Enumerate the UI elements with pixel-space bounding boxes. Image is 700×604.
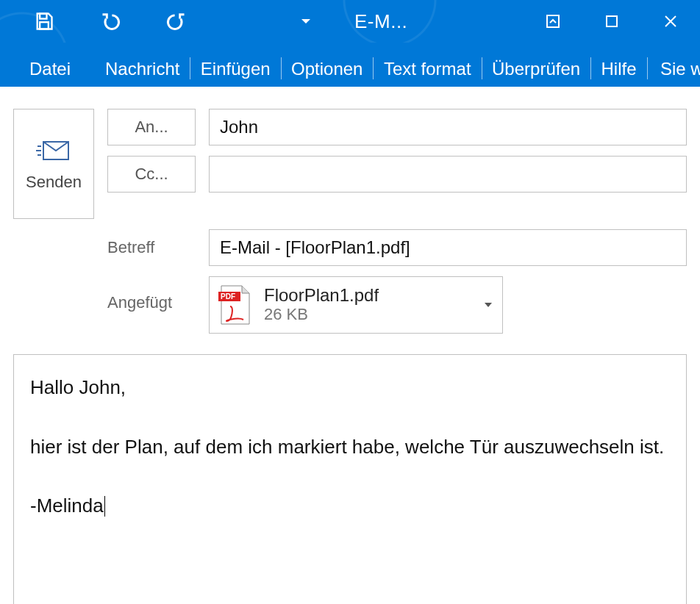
pdf-file-icon: PDF xyxy=(217,284,254,326)
cc-button[interactable]: Cc... xyxy=(107,156,196,193)
chevron-down-icon xyxy=(301,19,310,24)
close-button[interactable] xyxy=(641,0,700,43)
text-caret xyxy=(104,496,105,517)
send-button[interactable]: Senden xyxy=(13,109,94,219)
tab-help[interactable]: Hilfe xyxy=(594,59,644,79)
attachment-chip[interactable]: PDF FloorPlan1.pdf 26 KB xyxy=(209,276,503,334)
tab-insert[interactable]: Einfügen xyxy=(193,59,278,79)
subject-label: Betreff xyxy=(107,229,196,266)
send-button-label: Senden xyxy=(26,173,82,192)
svg-text:PDF: PDF xyxy=(221,292,235,301)
message-body[interactable]: Hallo John, hier ist der Plan, auf dem i… xyxy=(13,354,687,604)
ribbon-collapse-icon xyxy=(544,12,562,30)
attachment-name: FloorPlan1.pdf xyxy=(264,286,379,305)
title-bar: E-M... xyxy=(0,0,700,43)
tab-options[interactable]: Optionen xyxy=(284,59,370,79)
svg-rect-3 xyxy=(607,16,617,26)
svg-rect-1 xyxy=(40,22,49,29)
quick-access-customize[interactable] xyxy=(301,19,310,24)
send-envelope-icon xyxy=(36,139,71,162)
attached-label: Angefügt xyxy=(107,276,196,329)
window-title: E-M... xyxy=(354,10,407,33)
undo-icon xyxy=(100,11,121,32)
to-button[interactable]: An... xyxy=(107,109,196,145)
to-field[interactable] xyxy=(209,109,687,145)
svg-rect-2 xyxy=(547,15,559,27)
tell-me-search[interactable]: Sie wüns xyxy=(650,59,700,79)
message-body-text: Hallo John, hier ist der Plan, auf dem i… xyxy=(30,376,664,517)
tab-message[interactable]: Nachricht xyxy=(98,59,187,79)
redo-icon xyxy=(166,11,187,32)
attachment-size: 26 KB xyxy=(264,305,379,324)
quick-access-toolbar xyxy=(0,7,191,36)
attachment-dropdown-icon[interactable] xyxy=(485,303,492,307)
subject-field[interactable] xyxy=(209,229,687,266)
tab-text-format[interactable]: Text format xyxy=(376,59,479,79)
cc-field[interactable] xyxy=(209,156,687,193)
close-icon xyxy=(662,12,679,30)
save-icon xyxy=(34,11,54,32)
maximize-icon xyxy=(603,12,621,30)
tab-file[interactable]: Datei xyxy=(0,59,88,79)
minimize-ribbon-button[interactable] xyxy=(524,0,582,43)
redo-button[interactable] xyxy=(162,7,191,36)
tab-review[interactable]: Überprüfen xyxy=(485,59,588,79)
save-button[interactable] xyxy=(29,7,59,36)
svg-rect-0 xyxy=(40,14,46,19)
ribbon-tab-strip: Datei Nachricht Einfügen Optionen Text f… xyxy=(0,43,700,87)
compose-area: Senden An... Cc... Betreff Angefügt xyxy=(0,87,700,604)
maximize-button[interactable] xyxy=(582,0,641,43)
tell-me-label: Sie wüns xyxy=(660,59,700,79)
window-controls xyxy=(524,0,700,43)
undo-button[interactable] xyxy=(96,7,125,36)
